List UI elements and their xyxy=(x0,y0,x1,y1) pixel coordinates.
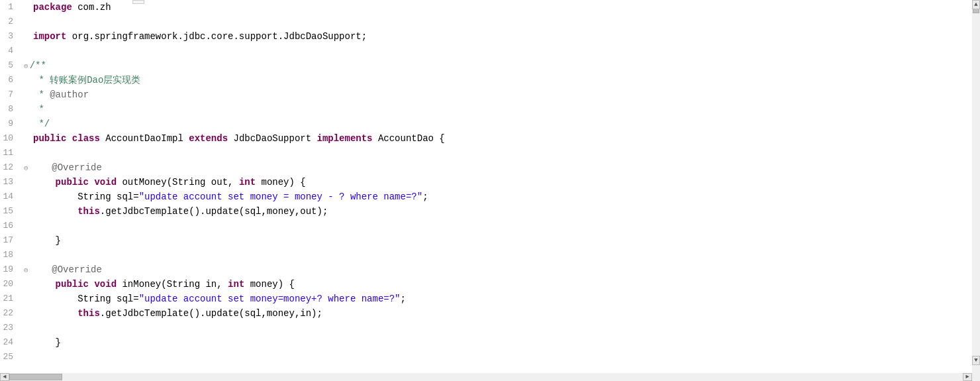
code-token: @Override xyxy=(52,162,102,173)
line-number: 22 xyxy=(0,306,24,321)
code-token: @Override xyxy=(52,264,102,275)
code-line: 10public class AccountDaoImpl extends Jd… xyxy=(0,131,980,146)
code-token: * xyxy=(33,104,44,115)
line-number: 25 xyxy=(0,350,24,364)
code-line: 7 * @author xyxy=(0,87,980,102)
code-token: int xyxy=(239,177,256,188)
code-token: AccountDaoImpl xyxy=(100,133,189,144)
lines-wrapper: 1package com.zh23import org.springframew… xyxy=(0,0,980,381)
code-token: * xyxy=(33,89,50,100)
line-number: 24 xyxy=(0,335,24,350)
code-token: String sql= xyxy=(33,191,139,202)
code-line: 15 this.getJdbcTemplate().update(sql,mon… xyxy=(0,204,980,219)
code-line: 14 String sql="update account set money … xyxy=(0,190,980,204)
code-token xyxy=(33,279,56,290)
code-token: AccountDao { xyxy=(373,133,445,144)
code-line: 22 this.getJdbcTemplate().update(sql,mon… xyxy=(0,306,980,321)
line-number: 18 xyxy=(0,248,24,262)
code-token: void xyxy=(94,177,117,188)
code-line: 21 String sql="update account set money=… xyxy=(0,292,980,306)
code-token: @author xyxy=(50,89,89,100)
code-line: 18 xyxy=(0,248,980,262)
code-line: 6 * 转账案例Dao层实现类 xyxy=(0,73,980,87)
code-token: implements xyxy=(317,133,373,144)
code-token xyxy=(33,206,77,217)
scroll-thumb-horizontal[interactable] xyxy=(9,374,62,380)
code-token: int xyxy=(228,279,244,290)
line-number: 1 xyxy=(0,0,24,15)
code-line: 19⊖ @Override xyxy=(0,262,980,277)
code-token: class xyxy=(72,133,100,144)
line-number: 5 xyxy=(0,58,24,73)
code-token: public xyxy=(56,279,89,290)
line-number: 11 xyxy=(0,146,24,160)
code-token: String sql= xyxy=(33,294,139,304)
code-token: inMoney(String in, xyxy=(117,279,228,290)
horizontal-scrollbar: ◄ ► xyxy=(0,373,980,381)
code-token xyxy=(33,177,56,188)
scrollbar-corner xyxy=(972,373,980,381)
code-token xyxy=(30,264,52,275)
code-token: .getJdbcTemplate().update(sql,money,out)… xyxy=(100,206,328,217)
code-line: 25 xyxy=(0,350,980,364)
code-token: this xyxy=(77,206,100,217)
line-number: 16 xyxy=(0,219,24,233)
code-token xyxy=(89,279,94,290)
code-line: 23 xyxy=(0,321,980,335)
scroll-right-button[interactable]: ► xyxy=(963,373,972,381)
scroll-down-button[interactable]: ▼ xyxy=(972,356,980,365)
fold-icon[interactable]: ⊖ xyxy=(24,62,28,70)
code-token xyxy=(66,133,72,144)
code-token xyxy=(89,177,94,188)
code-token: import xyxy=(33,31,66,42)
code-line: 4 xyxy=(0,44,980,58)
code-lines: 1package com.zh23import org.springframew… xyxy=(0,0,980,364)
line-number: 13 xyxy=(0,175,24,190)
code-line: 13 public void outMoney(String out, int … xyxy=(0,175,980,190)
code-token: com.zh xyxy=(72,2,111,13)
fold-icon[interactable]: ⊖ xyxy=(24,164,28,172)
code-token: ; xyxy=(422,191,428,202)
code-line: 1package com.zh xyxy=(0,0,980,15)
vertical-scrollbar: ▲ ▼ xyxy=(972,0,980,373)
line-number: 10 xyxy=(0,131,24,146)
line-number: 4 xyxy=(0,44,24,58)
scroll-up-button[interactable]: ▲ xyxy=(972,0,980,9)
code-token: */ xyxy=(33,119,50,129)
code-token: JdbcDaoSupport xyxy=(228,133,317,144)
code-line: 3import org.springframework.jdbc.core.su… xyxy=(0,29,980,44)
line-number: 20 xyxy=(0,277,24,292)
line-number: 3 xyxy=(0,29,24,44)
line-number: 19 xyxy=(0,262,24,277)
line-number: 23 xyxy=(0,321,24,335)
line-number: 8 xyxy=(0,102,24,117)
code-token: * 转账案例Dao层实现类 xyxy=(33,74,140,86)
code-line: 2 xyxy=(0,15,980,29)
line-number: 9 xyxy=(0,117,24,131)
code-line: 20 public void inMoney(String in, int mo… xyxy=(0,277,980,292)
code-line: 16 xyxy=(0,219,980,233)
code-wrapper: 1package com.zh23import org.springframew… xyxy=(0,0,980,381)
code-token: public xyxy=(33,133,66,144)
fold-icon[interactable]: ⊖ xyxy=(24,266,28,274)
line-number: 21 xyxy=(0,292,24,306)
code-token: } xyxy=(33,235,61,246)
code-line: 24 } xyxy=(0,335,980,350)
code-line: 9 */ xyxy=(0,117,980,131)
file-path-tooltip xyxy=(132,0,144,4)
line-number: 12 xyxy=(0,160,24,175)
code-token: package xyxy=(33,2,72,13)
code-token: money) { xyxy=(244,279,295,290)
scroll-left-button[interactable]: ◄ xyxy=(0,373,9,381)
code-token: public xyxy=(56,177,89,188)
code-line: 5⊖/** xyxy=(0,58,980,73)
code-token: extends xyxy=(189,133,228,144)
code-token: this xyxy=(77,308,100,319)
code-token: .getJdbcTemplate().update(sql,money,in); xyxy=(100,308,322,319)
code-token: void xyxy=(94,279,117,290)
line-number: 2 xyxy=(0,15,24,29)
line-number: 15 xyxy=(0,204,24,219)
code-token xyxy=(33,308,77,319)
code-token: } xyxy=(33,337,61,348)
code-line: 12⊖ @Override xyxy=(0,160,980,175)
